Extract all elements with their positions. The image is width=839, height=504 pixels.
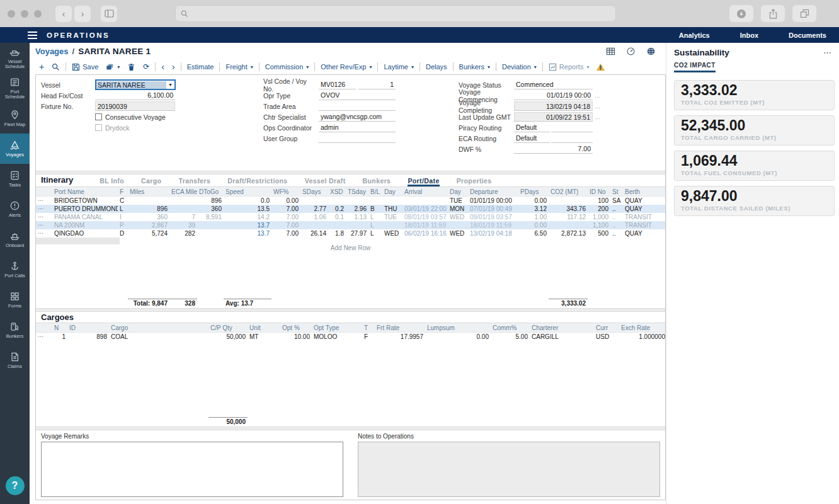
opr-type-field[interactable]: OVOV: [319, 91, 396, 100]
sidebar-item-alerts[interactable]: Alerts: [0, 194, 30, 224]
nav-inbox[interactable]: Inbox: [740, 32, 758, 39]
deviation-button[interactable]: Deviation▾: [498, 63, 540, 71]
estimate-button[interactable]: Estimate: [183, 63, 218, 71]
consecutive-voyage-checkbox[interactable]: [95, 113, 102, 120]
vessel-select[interactable]: SARITA NAREE ▾: [95, 79, 176, 90]
delete-button[interactable]: [123, 63, 139, 71]
refresh-button[interactable]: ⟳: [139, 63, 153, 71]
chtr-specialist-field[interactable]: ywang@vncsgp.com: [319, 112, 396, 122]
row-handle-icon[interactable]: ⋯: [36, 197, 52, 205]
row-handle-icon[interactable]: ⋯: [36, 229, 52, 238]
itinerary-header-row: Port Name F Miles ECA Miles DToGo Speed …: [36, 187, 665, 197]
row-handle-icon[interactable]: ⋯: [36, 205, 52, 213]
fixture-field[interactable]: 20190039: [95, 101, 175, 111]
laytime-button[interactable]: Laytime▾: [380, 63, 418, 71]
report-chart-icon: [549, 63, 557, 71]
sidebar-item-onboard[interactable]: Onboard: [0, 224, 30, 255]
row-handle-icon[interactable]: ⋯: [36, 221, 52, 229]
trade-area-field[interactable]: [319, 101, 396, 111]
bunkers-button[interactable]: Bunkers▾: [455, 63, 494, 71]
sidebar-item-forms[interactable]: Forms: [0, 285, 30, 315]
globe-icon[interactable]: [646, 47, 656, 56]
add-button[interactable]: +: [35, 63, 48, 71]
caret-down-icon: ▾: [306, 64, 309, 70]
find-button[interactable]: [48, 63, 64, 71]
browse-dots-icon[interactable]: …: [595, 103, 600, 110]
next-voyage-button[interactable]: ›: [168, 63, 179, 71]
breadcrumb-voyages-link[interactable]: Voyages: [35, 47, 69, 56]
browse-dots-icon[interactable]: …: [595, 114, 600, 120]
browse-dots-icon[interactable]: …: [595, 93, 600, 99]
panel-menu-icon[interactable]: ⋯: [823, 48, 835, 57]
add-new-row-link[interactable]: Add New Row: [36, 244, 665, 253]
sidebar-item-tasks[interactable]: Tasks: [0, 164, 30, 194]
window-zoom-icon[interactable]: [34, 10, 42, 18]
save-button[interactable]: Save: [68, 63, 102, 71]
itinerary-row[interactable]: ⋯ PANAMA CANAL I 360 7 8,591 14.2 7.00 1…: [36, 213, 665, 221]
ops-coordinator-field[interactable]: admin: [319, 123, 396, 132]
delays-button[interactable]: Delays: [422, 63, 451, 71]
tab-vessel-draft[interactable]: Vessel Draft: [305, 177, 346, 186]
gauge-icon[interactable]: [626, 47, 636, 56]
copy-voyage-button[interactable]: ▾: [102, 63, 123, 71]
nav-documents[interactable]: Documents: [789, 32, 826, 39]
freight-button[interactable]: Freight▾: [222, 63, 256, 71]
voy-no-field[interactable]: 1: [358, 80, 396, 89]
tabs-button[interactable]: [792, 5, 816, 22]
nav-analytics[interactable]: Analytics: [679, 32, 710, 39]
tab-transfers[interactable]: Transfers: [178, 177, 210, 186]
row-handle-icon[interactable]: ⋯: [36, 213, 52, 221]
vsl-code-field[interactable]: MV0126: [319, 80, 356, 89]
browser-forward-button[interactable]: ›: [74, 6, 91, 22]
dwf-field[interactable]: 7.00: [514, 144, 593, 154]
sidebar-toggle-button[interactable]: [101, 6, 117, 22]
share-button[interactable]: [761, 5, 785, 22]
piracy-routing-field2[interactable]: [551, 123, 593, 132]
itinerary-row[interactable]: ⋯ PUERTO DRUMMOND L 896 360 13.5 7.00 2.…: [36, 205, 665, 213]
window-close-icon[interactable]: [8, 10, 15, 18]
sidebar-item-voyages[interactable]: Voyages: [0, 134, 30, 164]
search-icon: [181, 10, 188, 18]
sidebar-item-port-calls[interactable]: Port Calls: [0, 255, 30, 285]
tab-co2-impact[interactable]: CO2 IMPACT: [674, 62, 716, 72]
help-button[interactable]: ?: [6, 476, 25, 495]
eca-routing-field2[interactable]: [551, 134, 593, 143]
sidebar-item-fleet-map[interactable]: Fleet Map: [0, 103, 30, 134]
window-minimize-icon[interactable]: [21, 10, 28, 18]
cargo-row[interactable]: ⋯ 1 898 COAL 50,000 MT 10.00 MOLOO F 17.…: [36, 333, 665, 341]
other-rev-exp-button[interactable]: Other Rev/Exp▾: [317, 63, 375, 71]
itinerary-row[interactable]: ⋯ QINGDAO D 5,724 282 13.7 7.00 26.14 1.…: [36, 229, 665, 238]
sidebar-item-vessel-schedule[interactable]: Vessel Schedule: [0, 43, 30, 73]
eca-routing-field[interactable]: Default: [514, 134, 550, 143]
tab-port-date[interactable]: Port/Date: [408, 177, 439, 186]
browser-back-button[interactable]: ‹: [55, 6, 72, 22]
validation-warning-button[interactable]: [593, 63, 608, 71]
browser-search-field[interactable]: [175, 5, 616, 22]
itinerary-row[interactable]: ⋯ NA 200NM P 2,867 39 13.7 7.00 L 18/01: [36, 221, 665, 229]
commission-button[interactable]: Commission▾: [261, 63, 313, 71]
download-button[interactable]: [729, 5, 753, 22]
prev-voyage-button[interactable]: ‹: [157, 63, 168, 71]
commencing-field[interactable]: 01/01/19 00:00: [514, 91, 593, 100]
reports-button[interactable]: Reports▾: [545, 63, 593, 71]
tab-draft-restrictions[interactable]: Draft/Restrictions: [227, 177, 287, 186]
sidebar-item-port-schedule[interactable]: Port Schedule: [0, 73, 30, 103]
table-view-icon[interactable]: [606, 47, 615, 56]
row-handle-icon[interactable]: ⋯: [36, 333, 52, 341]
tab-properties[interactable]: Properties: [457, 177, 492, 186]
user-group-field[interactable]: [319, 134, 396, 143]
notes-to-operations-textarea[interactable]: [358, 442, 660, 497]
piracy-routing-field[interactable]: Default: [514, 123, 550, 132]
tab-bunkers[interactable]: Bunkers: [363, 177, 391, 186]
drydock-checkbox[interactable]: [95, 124, 102, 131]
browser-search-input[interactable]: [192, 9, 615, 18]
headfix-field[interactable]: 6,100.00: [95, 91, 175, 100]
sidebar-item-bunkers[interactable]: Bunkers: [0, 315, 30, 345]
hamburger-menu-icon[interactable]: [28, 32, 37, 39]
sustainability-panel: Sustainability ⋯ CO2 IMPACT 3,333.02 TOT…: [666, 43, 839, 504]
sidebar-item-claims[interactable]: Claims: [0, 345, 30, 375]
voyage-remarks-textarea[interactable]: [41, 442, 343, 497]
itinerary-row[interactable]: ⋯ BRIDGETOWN C 896 0.0 0.00: [36, 197, 665, 205]
tab-cargo[interactable]: Cargo: [141, 177, 161, 186]
tab-bl-info[interactable]: BL Info: [100, 177, 124, 186]
